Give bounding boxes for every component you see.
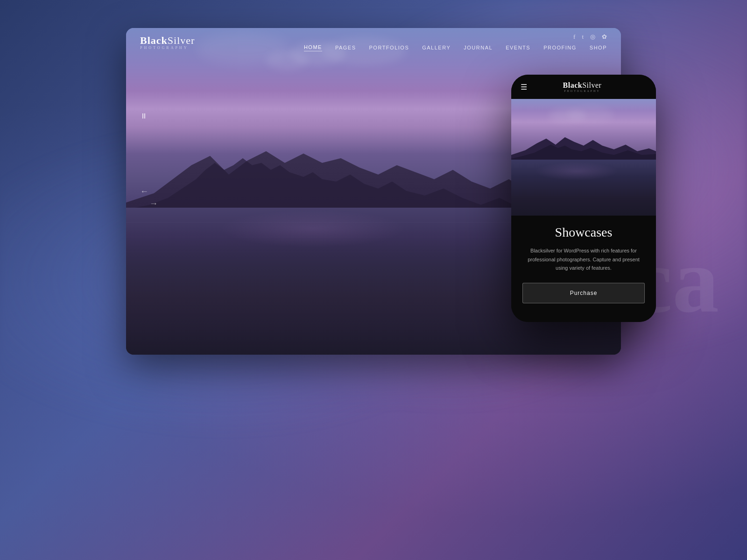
purchase-button[interactable]: Purchase [522,283,645,303]
nav-pages[interactable]: PAGES [335,45,356,50]
mobile-header: ☰ BlackSilver PHOTOGRAPHY [511,75,656,99]
desktop-nav-links: HOME PAGES PORTFOLIOS GALLERY JOURNAL EV… [304,44,607,51]
nav-journal[interactable]: JOURNAL [464,45,493,50]
mobile-brand-subtitle: PHOTOGRAPHY [564,90,600,92]
desktop-navigation: BlackSilver PHOTOGRAPHY f t ◎ ✿ HOME PAG… [126,28,621,56]
nav-gallery[interactable]: GALLERY [422,45,451,50]
prev-slide-arrow[interactable]: ← [140,187,148,196]
water-glow [219,210,406,247]
nav-proofing[interactable]: PROOFING [543,45,577,50]
instagram-icon[interactable]: ◎ [590,33,595,41]
mobile-phone-window: ☰ BlackSilver PHOTOGRAPHY [511,75,656,322]
mobile-brand-name: BlackSilver [563,81,602,90]
scene-container: BlackSilver PHOTOGRAPHY f t ◎ ✿ HOME PAG… [0,0,747,560]
social-icons-row: f t ◎ ✿ [573,33,607,41]
nav-portfolios[interactable]: PORTFOLIOS [369,45,409,50]
desktop-brand-logo: BlackSilver PHOTOGRAPHY [140,35,195,50]
desktop-brand-name: BlackSilver [140,35,195,47]
mobile-water [511,160,656,216]
mobile-menu-icon[interactable]: ☰ [521,83,527,91]
pause-button[interactable]: ⏸ [140,112,148,120]
next-slide-arrow[interactable]: → [149,199,158,209]
mobile-content-area: Showcases Blacksilver for WordPress with… [511,216,656,322]
nav-events[interactable]: EVENTS [506,45,530,50]
mobile-cloud-2 [567,106,614,122]
nav-home[interactable]: HOME [304,44,322,51]
showcase-title: Showcases [555,225,613,240]
desktop-brand-subtitle: PHOTOGRAPHY [140,46,195,50]
nav-shop[interactable]: SHOP [590,45,607,50]
extra-social-icon[interactable]: ✿ [602,33,607,41]
showcase-description: Blacksilver for WordPress with rich feat… [522,246,645,273]
mobile-water-glow [535,162,619,181]
mobile-brand-logo: BlackSilver PHOTOGRAPHY [563,81,602,92]
mobile-hero-image [511,99,656,216]
facebook-icon[interactable]: f [573,33,575,41]
twitter-icon[interactable]: t [582,33,584,41]
